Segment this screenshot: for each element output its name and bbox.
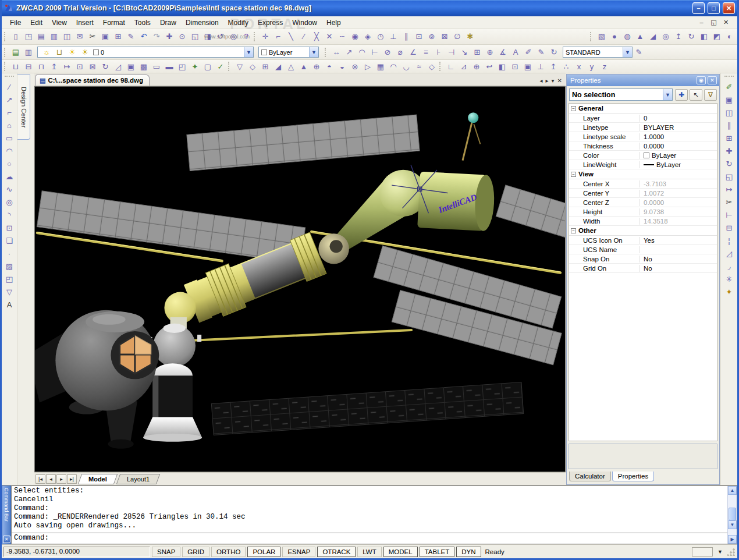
explode-icon[interactable]: ✳ xyxy=(723,272,736,285)
menu-dimension[interactable]: Dimension xyxy=(181,18,223,27)
property-value[interactable]: 1.0000 xyxy=(640,133,717,140)
interfere-icon[interactable]: ◐ xyxy=(723,31,736,42)
selection-dropdown[interactable]: No selection ▼ xyxy=(569,88,673,101)
edge-surface-icon[interactable]: ◇ xyxy=(425,61,438,72)
dim-update-icon[interactable]: ↻ xyxy=(548,47,560,58)
layer-on-bulb-icon[interactable]: ☼ xyxy=(40,47,53,58)
dim-edit-icon[interactable]: ✐ xyxy=(522,47,535,58)
command-history[interactable]: Select entities:CancelnilCommand:Command… xyxy=(12,486,727,533)
toggle-grid[interactable]: GRID xyxy=(182,547,209,557)
property-value[interactable]: No xyxy=(640,265,717,272)
toggle-tablet[interactable]: TABLET xyxy=(420,547,455,557)
collapse-icon[interactable]: − xyxy=(571,106,576,111)
color-dropdown-arrow[interactable]: ▼ xyxy=(309,47,318,57)
design-center-tab[interactable]: Design Center xyxy=(17,75,30,140)
snap-extension-icon[interactable]: ┄ xyxy=(336,31,349,42)
mdi-close-button[interactable]: ✕ xyxy=(722,19,730,26)
move-faces-icon[interactable]: ↦ xyxy=(61,61,73,72)
dim-style-icon[interactable]: ✎ xyxy=(633,47,645,58)
publish-icon[interactable]: ✉ xyxy=(73,31,86,42)
dim-leader-icon[interactable]: ↘ xyxy=(458,47,471,58)
toggle-snap[interactable]: SNAP xyxy=(152,547,180,557)
color-faces-icon[interactable]: ▩ xyxy=(137,61,150,72)
check-icon[interactable]: ✓ xyxy=(214,61,227,72)
layer-dropdown[interactable]: ☼⊔☀☀ 0 ▼ xyxy=(37,47,254,58)
drawing-canvas[interactable]: IntelliCAD xyxy=(34,86,566,472)
layer-thaw-sun-icon[interactable]: ☀ xyxy=(79,47,91,58)
toolbar-grip[interactable] xyxy=(228,62,231,71)
section-icon[interactable]: ◩ xyxy=(710,31,723,42)
arc-icon[interactable]: ◠ xyxy=(3,144,16,157)
dim-center-mark-icon[interactable]: ⊕ xyxy=(484,47,496,58)
selection-dropdown-arrow[interactable]: ▼ xyxy=(663,89,672,100)
tab-menu-icon[interactable]: ▾ xyxy=(552,77,555,84)
revolve-icon[interactable]: ↻ xyxy=(685,31,698,42)
toolbar-grip[interactable] xyxy=(590,32,593,41)
dim-aligned-icon[interactable]: ↗ xyxy=(343,47,356,58)
dim-ordinate-icon[interactable]: ⊢ xyxy=(368,47,381,58)
dim-arc-icon[interactable]: ◠ xyxy=(356,47,368,58)
tab-scroll-right-icon[interactable]: ▸ xyxy=(546,77,549,84)
toggle-lwt[interactable]: LWT xyxy=(357,547,381,557)
break-icon[interactable]: ⊟ xyxy=(723,221,736,234)
collapse-icon[interactable]: − xyxy=(571,228,576,233)
scroll-thumb[interactable] xyxy=(729,508,736,520)
make-block-icon[interactable]: ❏ xyxy=(3,234,16,247)
cut-icon[interactable]: ✂ xyxy=(86,31,99,42)
construction-line-icon[interactable]: ↗ xyxy=(3,93,16,106)
rectangle-icon[interactable]: ▭ xyxy=(3,132,16,144)
extend-icon[interactable]: ⊢ xyxy=(723,208,736,221)
spline-icon[interactable]: ∿ xyxy=(3,183,16,196)
copy-icon[interactable]: ▣ xyxy=(99,31,112,42)
surf-edge-icon[interactable]: ▷ xyxy=(361,61,374,72)
snap-intersection-icon[interactable]: ╳ xyxy=(310,31,323,42)
surf-sphere-icon[interactable]: ⊕ xyxy=(310,61,323,72)
mdi-restore-button[interactable]: ◱ xyxy=(709,19,718,26)
delete-faces-icon[interactable]: ⊠ xyxy=(86,61,99,72)
tab-properties[interactable]: Properties xyxy=(612,472,654,481)
ucs-y-rotate-icon[interactable]: y xyxy=(585,61,598,72)
3d-face-icon[interactable]: ◇ xyxy=(246,61,259,72)
ucs-z-rotate-icon[interactable]: z xyxy=(598,61,611,72)
dim-quick-icon[interactable]: ≡ xyxy=(420,47,432,58)
toolbar-grip[interactable] xyxy=(4,48,7,57)
ucs-3-point-icon[interactable]: ∴ xyxy=(560,61,573,72)
maximize-button[interactable]: □ xyxy=(708,2,720,14)
ucs-icon[interactable]: ∟ xyxy=(445,61,457,72)
tab-model[interactable]: Model xyxy=(78,474,118,484)
snap-nearest-icon[interactable]: ⊠ xyxy=(438,31,451,42)
dim-style-dropdown[interactable]: STANDARD ▼ xyxy=(563,47,633,58)
ruled-surface-icon[interactable]: ≈ xyxy=(413,61,425,72)
revolved-surface-icon[interactable]: ◠ xyxy=(387,61,400,72)
surf-dome-icon[interactable]: ◓ xyxy=(323,61,336,72)
toolbar-grip[interactable] xyxy=(4,62,7,71)
menu-file[interactable]: File xyxy=(5,18,26,27)
ucs-origin-icon[interactable]: ⊥ xyxy=(534,61,547,72)
property-value[interactable]: 1.0072 xyxy=(640,190,717,197)
solid-sphere-icon[interactable]: ● xyxy=(608,31,621,42)
imprint-icon[interactable]: ◰ xyxy=(176,61,189,72)
circle-icon[interactable]: ○ xyxy=(3,157,16,170)
document-tab[interactable]: ▤ C:\...space station dec 98.dwg xyxy=(35,75,150,86)
offset-icon[interactable]: ∥ xyxy=(723,119,736,132)
tabulated-surface-icon[interactable]: ◡ xyxy=(400,61,413,72)
point-icon[interactable]: · xyxy=(3,247,16,260)
menu-edit[interactable]: Edit xyxy=(26,18,47,27)
scroll-up-icon[interactable]: ▲ xyxy=(728,486,737,495)
text-icon[interactable]: A xyxy=(3,298,16,311)
extrude-icon[interactable]: ↥ xyxy=(672,31,685,42)
taper-faces-icon[interactable]: ◿ xyxy=(112,61,125,72)
line-icon[interactable]: ∕ xyxy=(3,80,16,93)
snap-quadrant-icon[interactable]: ◈ xyxy=(361,31,374,42)
open-icon[interactable]: ◳ xyxy=(22,31,35,42)
toggle-esnap[interactable]: ESNAP xyxy=(282,547,315,557)
menu-tools[interactable]: Tools xyxy=(130,18,155,27)
color-edges-icon[interactable]: ▬ xyxy=(163,61,176,72)
dim-tolerance-icon[interactable]: ⊞ xyxy=(471,47,484,58)
command-scrollbar[interactable]: ▲ ▼ ▶ xyxy=(727,486,737,544)
prev-tab-button[interactable]: ◂ xyxy=(46,474,56,484)
plot-icon[interactable]: ▥ xyxy=(48,31,61,42)
surf-dish-icon[interactable]: ◒ xyxy=(336,61,349,72)
mirror-icon[interactable]: ◫ xyxy=(723,106,736,119)
polygon-icon[interactable]: ⌂ xyxy=(3,119,16,132)
